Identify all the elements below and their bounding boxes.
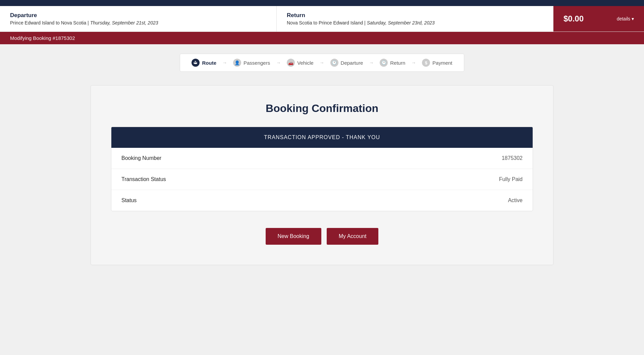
departure-section: Departure Prince Edward Island to Nova S…: [0, 6, 277, 32]
page-header: Departure Prince Edward Island to Nova S…: [0, 6, 644, 32]
arrow-3: →: [320, 60, 324, 65]
new-booking-button[interactable]: New Booking: [266, 228, 321, 245]
step-passengers[interactable]: 👤 Passengers: [232, 58, 271, 67]
arrow-2: →: [276, 60, 281, 65]
step-return[interactable]: 🕐 Return: [378, 58, 407, 67]
departure-date: Thursday, September 21st, 2023: [90, 20, 158, 25]
departure-icon: 🕐: [330, 59, 338, 67]
passengers-icon: 👤: [233, 59, 241, 67]
my-account-button[interactable]: My Account: [327, 228, 379, 245]
price-amount: $0.00: [564, 14, 584, 23]
return-route: Nova Scotia to Prince Edward Island: [287, 20, 363, 25]
return-section: Return Nova Scotia to Prince Edward Isla…: [277, 6, 553, 32]
arrow-1: →: [222, 60, 227, 65]
details-button[interactable]: details: [617, 16, 634, 21]
transaction-banner: TRANSACTION APPROVED - THANK YOU: [111, 127, 533, 148]
transaction-status-value: Fully Paid: [499, 176, 523, 182]
booking-number-row: Booking Number 1875302: [111, 148, 533, 169]
step-departure[interactable]: 🕐 Departure: [329, 58, 365, 67]
modifying-banner: Modifying Booking #1875302: [0, 32, 644, 44]
return-detail: Nova Scotia to Prince Edward Island | Sa…: [287, 20, 543, 25]
return-title: Return: [287, 12, 543, 19]
departure-step-label: Departure: [341, 60, 363, 66]
booking-table: TRANSACTION APPROVED - THANK YOU Booking…: [111, 127, 533, 211]
confirmation-card: Booking Confirmation TRANSACTION APPROVE…: [91, 85, 553, 265]
transaction-status-row: Transaction Status Fully Paid: [111, 169, 533, 190]
step-payment[interactable]: $ Payment: [421, 58, 453, 67]
route-icon: ⛴: [192, 59, 200, 67]
top-nav: [0, 0, 644, 6]
steps-nav: ⛴ Route → 👤 Passengers → 🚗 Vehicle → 🕐 D…: [0, 44, 644, 78]
passengers-label: Passengers: [244, 60, 270, 66]
status-row: Status Active: [111, 190, 533, 211]
modifying-text: Modifying Booking #1875302: [10, 35, 75, 41]
step-route[interactable]: ⛴ Route: [190, 58, 218, 67]
booking-number-value: 1875302: [502, 155, 523, 161]
step-vehicle[interactable]: 🚗 Vehicle: [285, 58, 315, 67]
return-step-label: Return: [390, 60, 405, 66]
transaction-status-label: Transaction Status: [121, 176, 166, 182]
vehicle-label: Vehicle: [297, 60, 313, 66]
price-section: $0.00 details: [553, 6, 644, 32]
route-label: Route: [202, 60, 216, 66]
payment-icon: $: [422, 59, 430, 67]
return-date: Saturday, September 23rd, 2023: [367, 20, 435, 25]
confirmation-title: Booking Confirmation: [111, 102, 533, 115]
status-value: Active: [508, 197, 523, 203]
booking-number-label: Booking Number: [121, 155, 161, 161]
main-content: Booking Confirmation TRANSACTION APPROVE…: [0, 78, 644, 285]
departure-detail: Prince Edward Island to Nova Scotia | Th…: [10, 20, 266, 25]
status-label: Status: [121, 197, 137, 203]
action-buttons: New Booking My Account: [111, 228, 533, 245]
departure-title: Departure: [10, 12, 266, 19]
steps-container: ⛴ Route → 👤 Passengers → 🚗 Vehicle → 🕐 D…: [180, 54, 464, 72]
arrow-5: →: [411, 60, 416, 65]
arrow-4: →: [369, 60, 374, 65]
departure-route: Prince Edward Island to Nova Scotia: [10, 20, 86, 25]
vehicle-icon: 🚗: [287, 59, 295, 67]
return-step-icon: 🕐: [380, 59, 388, 67]
payment-label: Payment: [432, 60, 452, 66]
